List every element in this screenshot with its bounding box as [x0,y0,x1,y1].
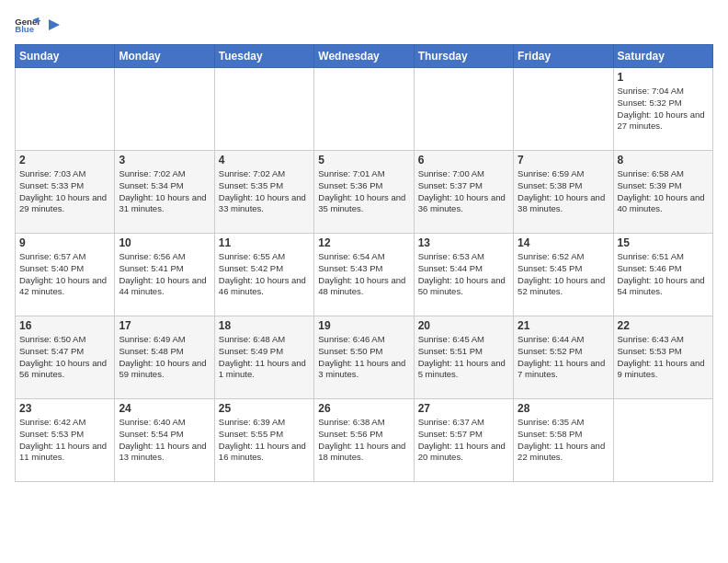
logo: General Blue [15,15,63,35]
day-number: 13 [418,236,509,249]
day-number: 5 [318,154,409,167]
day-cell: 6Sunrise: 7:00 AM Sunset: 5:37 PM Daylig… [414,151,513,234]
day-number: 17 [119,319,210,332]
logo-arrow-icon [45,18,62,31]
day-cell [414,68,513,151]
calendar: SundayMondayTuesdayWednesdayThursdayFrid… [15,44,713,482]
day-number: 8 [618,154,709,167]
day-number: 4 [219,154,310,167]
day-cell: 22Sunrise: 6:43 AM Sunset: 5:53 PM Dayli… [613,316,712,399]
day-number: 6 [418,154,509,167]
day-number: 11 [219,236,310,249]
day-info: Sunrise: 6:52 AM Sunset: 5:45 PM Dayligh… [518,251,609,298]
day-number: 7 [518,154,609,167]
day-number: 12 [318,236,409,249]
weekday-header-sunday: Sunday [16,45,115,68]
day-number: 10 [119,236,210,249]
day-cell: 1Sunrise: 7:04 AM Sunset: 5:32 PM Daylig… [613,68,712,151]
week-row-4: 16Sunrise: 6:50 AM Sunset: 5:47 PM Dayli… [16,316,713,399]
day-info: Sunrise: 6:43 AM Sunset: 5:53 PM Dayligh… [618,334,709,381]
day-info: Sunrise: 6:46 AM Sunset: 5:50 PM Dayligh… [318,334,409,381]
day-info: Sunrise: 6:42 AM Sunset: 5:53 PM Dayligh… [19,417,110,464]
day-cell: 20Sunrise: 6:45 AM Sunset: 5:51 PM Dayli… [414,316,513,399]
day-cell [514,68,613,151]
day-number: 24 [119,402,210,415]
day-cell: 13Sunrise: 6:53 AM Sunset: 5:44 PM Dayli… [414,234,513,316]
day-number: 25 [219,402,310,415]
day-cell: 2Sunrise: 7:03 AM Sunset: 5:33 PM Daylig… [16,151,115,234]
day-info: Sunrise: 6:48 AM Sunset: 5:49 PM Dayligh… [219,334,310,381]
day-info: Sunrise: 6:35 AM Sunset: 5:58 PM Dayligh… [518,417,609,464]
day-cell [115,68,214,151]
day-number: 27 [418,402,509,415]
svg-text:Blue: Blue [15,24,34,34]
day-cell: 5Sunrise: 7:01 AM Sunset: 5:36 PM Daylig… [314,151,414,234]
weekday-header-saturday: Saturday [613,45,712,68]
day-number: 28 [518,402,609,415]
header: General Blue [15,15,713,35]
day-cell: 4Sunrise: 7:02 AM Sunset: 5:35 PM Daylig… [214,151,313,234]
day-info: Sunrise: 6:39 AM Sunset: 5:55 PM Dayligh… [219,417,310,464]
day-cell: 25Sunrise: 6:39 AM Sunset: 5:55 PM Dayli… [214,399,313,482]
day-info: Sunrise: 7:00 AM Sunset: 5:37 PM Dayligh… [418,168,509,215]
day-cell: 10Sunrise: 6:56 AM Sunset: 5:41 PM Dayli… [115,234,214,316]
day-info: Sunrise: 6:56 AM Sunset: 5:41 PM Dayligh… [119,251,210,298]
day-info: Sunrise: 6:38 AM Sunset: 5:56 PM Dayligh… [318,417,409,464]
day-cell [16,68,115,151]
day-cell: 18Sunrise: 6:48 AM Sunset: 5:49 PM Dayli… [214,316,313,399]
day-cell: 19Sunrise: 6:46 AM Sunset: 5:50 PM Dayli… [314,316,414,399]
week-row-2: 2Sunrise: 7:03 AM Sunset: 5:33 PM Daylig… [16,151,713,234]
day-info: Sunrise: 6:59 AM Sunset: 5:38 PM Dayligh… [518,168,609,215]
weekday-header-wednesday: Wednesday [314,45,414,68]
day-info: Sunrise: 6:44 AM Sunset: 5:52 PM Dayligh… [518,334,609,381]
logo-icon: General Blue [15,15,40,35]
day-info: Sunrise: 7:02 AM Sunset: 5:34 PM Dayligh… [119,168,210,215]
day-cell: 9Sunrise: 6:57 AM Sunset: 5:40 PM Daylig… [16,234,115,316]
day-info: Sunrise: 6:40 AM Sunset: 5:54 PM Dayligh… [119,417,210,464]
day-info: Sunrise: 7:01 AM Sunset: 5:36 PM Dayligh… [318,168,409,215]
day-number: 1 [618,71,709,84]
day-number: 26 [318,402,409,415]
day-number: 9 [19,236,110,249]
day-number: 16 [19,319,110,332]
day-cell: 8Sunrise: 6:58 AM Sunset: 5:39 PM Daylig… [613,151,712,234]
day-cell [613,399,712,482]
day-info: Sunrise: 6:49 AM Sunset: 5:48 PM Dayligh… [119,334,210,381]
day-cell: 21Sunrise: 6:44 AM Sunset: 5:52 PM Dayli… [514,316,613,399]
day-number: 3 [119,154,210,167]
day-cell: 3Sunrise: 7:02 AM Sunset: 5:34 PM Daylig… [115,151,214,234]
weekday-header-friday: Friday [514,45,613,68]
day-info: Sunrise: 6:53 AM Sunset: 5:44 PM Dayligh… [418,251,509,298]
day-cell: 17Sunrise: 6:49 AM Sunset: 5:48 PM Dayli… [115,316,214,399]
day-cell: 14Sunrise: 6:52 AM Sunset: 5:45 PM Dayli… [514,234,613,316]
day-cell: 7Sunrise: 6:59 AM Sunset: 5:38 PM Daylig… [514,151,613,234]
day-cell [314,68,414,151]
day-cell: 11Sunrise: 6:55 AM Sunset: 5:42 PM Dayli… [214,234,313,316]
svg-marker-3 [49,19,60,30]
day-info: Sunrise: 6:37 AM Sunset: 5:57 PM Dayligh… [418,417,509,464]
day-number: 14 [518,236,609,249]
day-number: 23 [19,402,110,415]
day-cell: 15Sunrise: 6:51 AM Sunset: 5:46 PM Dayli… [613,234,712,316]
day-cell: 24Sunrise: 6:40 AM Sunset: 5:54 PM Dayli… [115,399,214,482]
day-info: Sunrise: 6:57 AM Sunset: 5:40 PM Dayligh… [19,251,110,298]
day-info: Sunrise: 6:50 AM Sunset: 5:47 PM Dayligh… [19,334,110,381]
day-number: 15 [618,236,709,249]
day-info: Sunrise: 7:04 AM Sunset: 5:32 PM Dayligh… [618,86,709,132]
day-cell [214,68,313,151]
day-info: Sunrise: 6:51 AM Sunset: 5:46 PM Dayligh… [618,251,709,298]
weekday-header-tuesday: Tuesday [214,45,313,68]
day-info: Sunrise: 6:55 AM Sunset: 5:42 PM Dayligh… [219,251,310,298]
day-cell: 26Sunrise: 6:38 AM Sunset: 5:56 PM Dayli… [314,399,414,482]
day-number: 20 [418,319,509,332]
week-row-5: 23Sunrise: 6:42 AM Sunset: 5:53 PM Dayli… [16,399,713,482]
day-number: 19 [318,319,409,332]
day-cell: 23Sunrise: 6:42 AM Sunset: 5:53 PM Dayli… [16,399,115,482]
weekday-header-monday: Monday [115,45,214,68]
day-info: Sunrise: 7:03 AM Sunset: 5:33 PM Dayligh… [19,168,110,215]
week-row-3: 9Sunrise: 6:57 AM Sunset: 5:40 PM Daylig… [16,234,713,316]
day-number: 2 [19,154,110,167]
day-info: Sunrise: 7:02 AM Sunset: 5:35 PM Dayligh… [219,168,310,215]
day-info: Sunrise: 6:45 AM Sunset: 5:51 PM Dayligh… [418,334,509,381]
weekday-header-thursday: Thursday [414,45,513,68]
